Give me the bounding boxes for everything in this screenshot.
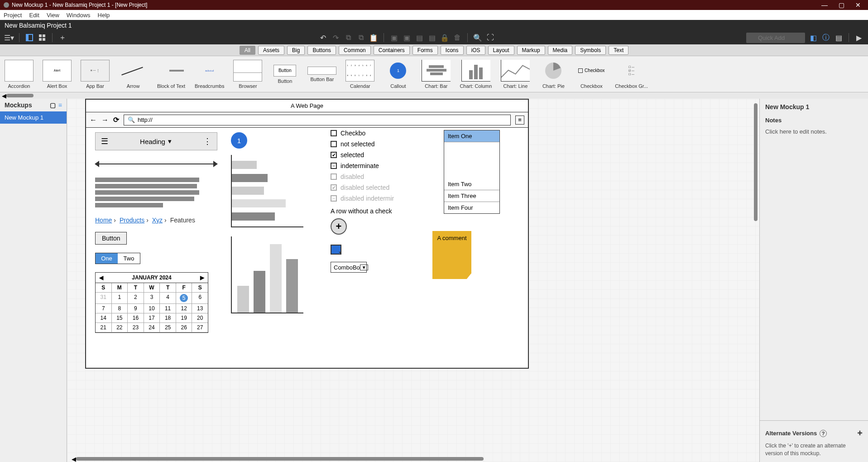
mockup-item[interactable]: New Mockup 1 (0, 111, 67, 124)
library-scrollbar[interactable]: ◀ (0, 92, 868, 99)
back-icon[interactable]: ▤ (427, 33, 436, 42)
lib-calendar[interactable]: 12345678901234Calendar (345, 60, 374, 89)
browser-mockup[interactable]: A Web Page ← → ⟳ 🔍 http:// ≡ ☰ Heading ▾… (85, 99, 529, 369)
lib-accordion[interactable]: Accordion (5, 60, 34, 89)
url-bar[interactable]: 🔍 http:// (124, 115, 511, 125)
filter-assets[interactable]: Assets (258, 46, 284, 55)
menu-help[interactable]: Help (98, 12, 110, 19)
canvas-hscrollbar[interactable]: ◀ (72, 457, 750, 461)
checkboxgroup-mockup[interactable]: Checkbo not selected selected indetermin… (331, 128, 403, 217)
filter-all[interactable]: All (240, 46, 255, 55)
lib-checkboxgroup[interactable]: ☐ —☑ —☐ —Checkbox Gr... (615, 60, 648, 89)
filter-containers[interactable]: Containers (374, 46, 410, 55)
textblock-mockup[interactable] (95, 178, 199, 207)
crumb-xyz[interactable]: Xyz (152, 217, 163, 224)
cal-next-icon[interactable]: ▶ (200, 274, 204, 281)
filter-big[interactable]: Big (287, 46, 305, 55)
listbox-mockup[interactable]: Item One Item Two Item Three Item Four (444, 130, 500, 214)
filter-media[interactable]: Media (548, 46, 573, 55)
list-item[interactable]: Item Two (444, 178, 499, 190)
columnchart-mockup[interactable] (231, 236, 303, 313)
lib-callout[interactable]: 1Callout (384, 60, 412, 89)
button-mockup[interactable]: Button (95, 232, 127, 245)
view-split-icon[interactable] (25, 33, 34, 42)
info-icon[interactable]: ⓘ (821, 33, 830, 42)
present-icon[interactable]: ▶ (854, 33, 863, 42)
back-icon[interactable]: ← (90, 116, 97, 124)
copy-icon[interactable]: ⧉ (344, 33, 353, 42)
minimize-icon[interactable]: — (821, 1, 828, 9)
front-icon[interactable]: ▤ (415, 33, 424, 42)
list-view-icon[interactable]: ▤ (834, 33, 843, 42)
filter-common[interactable]: Common (339, 46, 371, 55)
arrow-mockup[interactable] (95, 159, 217, 168)
filter-buttons[interactable]: Buttons (307, 46, 336, 55)
lib-chartbar[interactable]: Chart: Bar (422, 60, 451, 89)
quickadd-input[interactable] (746, 33, 805, 43)
dropdown-icon[interactable]: ▾ (168, 137, 172, 145)
hamburger-icon[interactable]: ≡ (515, 116, 524, 125)
filter-forms[interactable]: Forms (412, 46, 438, 55)
undo-icon[interactable]: ↶ (318, 33, 327, 42)
lock-icon[interactable]: 🔒 (440, 33, 449, 42)
redo-icon[interactable]: ↷ (331, 33, 340, 42)
forward-icon[interactable]: → (101, 116, 109, 124)
lib-browser[interactable]: Browser (233, 60, 262, 89)
add-version-icon[interactable]: + (857, 428, 863, 438)
canvas-vscrollbar[interactable] (754, 103, 758, 444)
filter-text[interactable]: Text (609, 46, 628, 55)
maximize-icon[interactable]: ▢ (839, 1, 844, 9)
filter-markup[interactable]: Markup (517, 46, 545, 55)
lib-arrow[interactable]: Arrow (119, 60, 148, 89)
panel-list-icon[interactable]: ≡ (58, 101, 62, 109)
buttonbar-mockup[interactable]: One Two (95, 253, 140, 264)
list-item[interactable]: Item Four (444, 202, 499, 213)
filter-ios[interactable]: iOS (466, 46, 485, 55)
paste-icon[interactable]: 📋 (369, 33, 378, 42)
panel-toggle-icon[interactable]: ◧ (809, 33, 818, 42)
tab-one[interactable]: One (96, 253, 118, 264)
crumb-products[interactable]: Products (120, 217, 144, 224)
add-icon[interactable]: ＋ (58, 33, 67, 42)
lib-button[interactable]: ButtonButton (271, 65, 298, 84)
menu-icon[interactable]: ☰ (101, 136, 108, 146)
nav-toggle-icon[interactable]: ☰▾ (5, 33, 14, 42)
lib-checkbox[interactable]: CheckboxCheckbox (577, 60, 606, 89)
lib-buttonbar[interactable]: Button Bar (307, 67, 336, 82)
help-icon[interactable]: ? (820, 430, 827, 437)
group-icon[interactable]: ▣ (389, 33, 398, 42)
ungroup-icon[interactable]: ▣ (402, 33, 411, 42)
lib-alertbox[interactable]: AlertAlert Box (43, 60, 72, 89)
callout-mockup[interactable]: 1 (231, 132, 247, 149)
zoom-icon[interactable]: 🔍 (473, 33, 482, 42)
lib-appbar[interactable]: ≡ ··· ⋮App Bar (81, 60, 110, 89)
close-icon[interactable]: ✕ (855, 1, 861, 9)
zoomfit-icon[interactable]: ⛶ (486, 33, 495, 42)
delete-icon[interactable]: 🗑 (453, 33, 462, 42)
lib-textblock[interactable]: Block of Text (157, 60, 186, 89)
lib-chartcol[interactable]: Chart: Column (460, 60, 492, 89)
filter-symbols[interactable]: Symbols (575, 46, 606, 55)
list-item[interactable]: Item One (444, 130, 499, 142)
barchart-mockup[interactable] (231, 155, 303, 227)
cal-prev-icon[interactable]: ◀ (99, 274, 103, 281)
canvas[interactable]: A Web Page ← → ⟳ 🔍 http:// ≡ ☰ Heading ▾… (67, 99, 759, 462)
menu-windows[interactable]: Windows (67, 12, 91, 19)
more-icon[interactable]: ⋮ (203, 136, 211, 146)
lib-chartpie[interactable]: Chart: Pie (539, 60, 568, 89)
reload-icon[interactable]: ⟳ (113, 116, 119, 124)
calendar-mockup[interactable]: ◀ JANUARY 2024 ▶ SMTWTFS 31123456 789101… (95, 272, 208, 333)
lib-breadcrumbs[interactable]: a›b›c›dBreadcrumbs (195, 60, 224, 89)
stickynote-mockup[interactable]: A comment (432, 231, 471, 279)
filter-layout[interactable]: Layout (488, 46, 514, 55)
list-item[interactable]: Item Three (444, 190, 499, 202)
cut-icon[interactable]: ⧉ (356, 33, 365, 42)
menu-edit[interactable]: Edit (29, 12, 39, 19)
appbar-mockup[interactable]: ☰ Heading ▾ ⋮ (95, 132, 217, 150)
combobox-mockup[interactable]: ComboBo▼ (331, 262, 367, 273)
view-grid-icon[interactable] (38, 33, 47, 42)
tab-two[interactable]: Two (118, 253, 140, 264)
menu-view[interactable]: View (47, 12, 59, 19)
filter-icons[interactable]: Icons (441, 46, 464, 55)
notes-area[interactable]: Click here to edit notes. (765, 128, 863, 135)
